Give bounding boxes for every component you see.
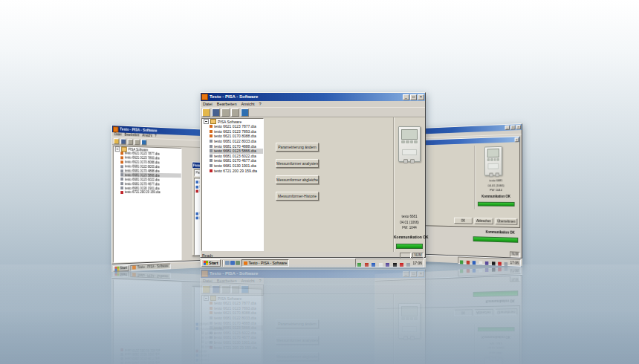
upload-icon[interactable]: [221, 108, 230, 117]
dialog-button[interactable]: OK: [454, 218, 473, 224]
task-label: Testo - PISA - Software: [137, 264, 169, 270]
action-button[interactable]: Messumformer-Historie: [276, 192, 319, 201]
save-icon[interactable]: [120, 138, 126, 144]
menu-bar: Datei Bearbeiten Ansicht ?: [201, 101, 425, 108]
action-button[interactable]: Messumformer analysieren/testen: [276, 159, 319, 168]
dialog-button[interactable]: Übernehmen: [496, 218, 518, 224]
transmitter-image: [398, 126, 421, 162]
close-button[interactable]: ×: [516, 125, 521, 129]
menu-item[interactable]: ?: [155, 133, 156, 139]
close-button[interactable]: ×: [418, 94, 424, 100]
task-button[interactable]: Testo - PISA - Software: [131, 263, 171, 270]
progress-bar: [473, 236, 519, 243]
file-icon: [120, 160, 123, 163]
file-tree: PISA Software testo 6621 0123 7877.dta t…: [201, 118, 264, 251]
tray-icon[interactable]: [379, 263, 383, 267]
dialog-button[interactable]: Abbrechen: [474, 218, 493, 224]
tray-icon[interactable]: [505, 261, 508, 265]
menu-item[interactable]: Datei: [203, 101, 213, 107]
device-version: 04.01 (1066): [394, 220, 425, 226]
file-icon: [210, 130, 213, 133]
tray-icon[interactable]: [400, 263, 403, 267]
maximize-button[interactable]: □: [410, 94, 417, 100]
reflection-fade: [0, 264, 639, 364]
tree-item[interactable]: testo 6681 0123 5866.dta: [210, 149, 263, 154]
system-tray: 17:06: [355, 259, 424, 267]
progress-bar: [478, 202, 515, 207]
file-icon: [120, 186, 123, 189]
tray-icon[interactable]: [357, 263, 361, 267]
tray-icon[interactable]: [473, 261, 476, 264]
task-label: Testo - PISA - Software: [249, 261, 288, 265]
tree-item[interactable]: testo 6681 0122 8033.dta: [210, 139, 263, 144]
device-firmware: FW: 1044: [394, 225, 425, 231]
tray-icon[interactable]: [386, 263, 389, 267]
tree-expander-icon[interactable]: [204, 119, 209, 124]
tray-icon[interactable]: [406, 263, 410, 267]
task-button[interactable]: Testo - PISA - Software: [241, 259, 290, 267]
close-icon[interactable]: ×: [515, 137, 519, 142]
download-icon[interactable]: [231, 108, 239, 117]
quicklaunch-icon[interactable]: [225, 261, 230, 265]
file-icon: [210, 140, 213, 143]
tree-item[interactable]: testo 6681 0123 6022.dta: [210, 154, 263, 159]
tree-item[interactable]: testo 6621 0123 7893.dta: [210, 129, 263, 134]
maximize-button[interactable]: □: [510, 125, 516, 129]
menu-item[interactable]: Bearbeiten: [124, 132, 139, 139]
start-button[interactable]: Start: [201, 259, 221, 267]
save-icon[interactable]: [212, 108, 220, 117]
tray-icon[interactable]: [467, 260, 470, 264]
tree-item-label: testo 6681 0170 4677.dta: [125, 182, 160, 186]
front-desktop: Testo - PISA - Software _ □ × Datei Bear…: [200, 92, 426, 267]
minimize-button[interactable]: _: [505, 126, 510, 130]
help-icon[interactable]: [141, 139, 146, 145]
marketing-composition: Testo - PISA - Software _ □ × Datei Bear…: [0, 0, 639, 364]
testo-app-icon: [201, 94, 208, 100]
upload-icon[interactable]: [128, 138, 133, 144]
tree-item-label: testo 6681 0130 1901.dta: [214, 163, 256, 168]
tree-item[interactable]: testo 6621 0123 7877.dta: [210, 124, 263, 129]
menu-item[interactable]: Datei: [114, 131, 122, 137]
tree-expander-icon[interactable]: [115, 146, 120, 152]
quicklaunch-icon[interactable]: [236, 261, 240, 265]
action-button[interactable]: Messumformer abgleichen: [276, 175, 319, 184]
tray-icon[interactable]: [460, 260, 463, 264]
windows-logo-icon: [204, 261, 208, 265]
start-button[interactable]: Start: [113, 264, 129, 271]
tree-item[interactable]: testo 6721 200 29 159.dta: [210, 168, 263, 173]
tree-item-label: testo 6681 0123 5866.dta: [125, 173, 160, 178]
tray-icon[interactable]: [365, 263, 369, 267]
dialog-buttons: OK Abbrechen Übernehmen: [454, 218, 517, 225]
download-icon[interactable]: [134, 139, 140, 145]
tray-icon[interactable]: [479, 261, 482, 264]
menu-item[interactable]: Ansicht: [142, 133, 152, 139]
open-icon[interactable]: [202, 108, 210, 117]
action-button[interactable]: Parametrierung ändern: [276, 143, 319, 152]
quicklaunch-icon[interactable]: [230, 261, 235, 265]
tray-icon[interactable]: [393, 263, 397, 267]
param-icon: [196, 185, 198, 188]
file-icon: [120, 174, 123, 177]
tree-item-label: testo 6681 0130 1901.dta: [125, 186, 160, 190]
file-icon: [210, 145, 213, 148]
menu-item[interactable]: ?: [259, 101, 262, 107]
tray-icon[interactable]: [492, 261, 496, 265]
tree-item[interactable]: testo 6621 0170 8088.dta: [210, 134, 263, 139]
tray-icon[interactable]: [498, 261, 502, 265]
start-label: Start: [120, 266, 127, 270]
menu-item[interactable]: Ansicht: [241, 101, 254, 107]
help-icon[interactable]: [241, 108, 249, 117]
tree-root[interactable]: PISA Software: [202, 119, 263, 124]
action-area: Parametrierung ändern Messumformer analy…: [265, 117, 393, 252]
device-model: testo 6681: [394, 214, 425, 220]
tray-icon[interactable]: [485, 261, 489, 264]
tree-item-label: testo 6681 0123 6022.dta: [214, 154, 256, 158]
tree-item[interactable]: testo 6721 200 29 159.dta: [120, 190, 181, 195]
tree-item[interactable]: testo 6681 0170 4677.dta: [210, 158, 263, 163]
menu-item[interactable]: Bearbeiten: [217, 101, 237, 107]
tree-item[interactable]: testo 6681 0130 1901.dta: [210, 163, 263, 169]
tray-icon[interactable]: [372, 263, 375, 267]
open-icon[interactable]: [114, 138, 120, 144]
tree-item[interactable]: testo 6681 0170 4888.dta: [210, 143, 263, 149]
minimize-button[interactable]: _: [403, 94, 409, 100]
